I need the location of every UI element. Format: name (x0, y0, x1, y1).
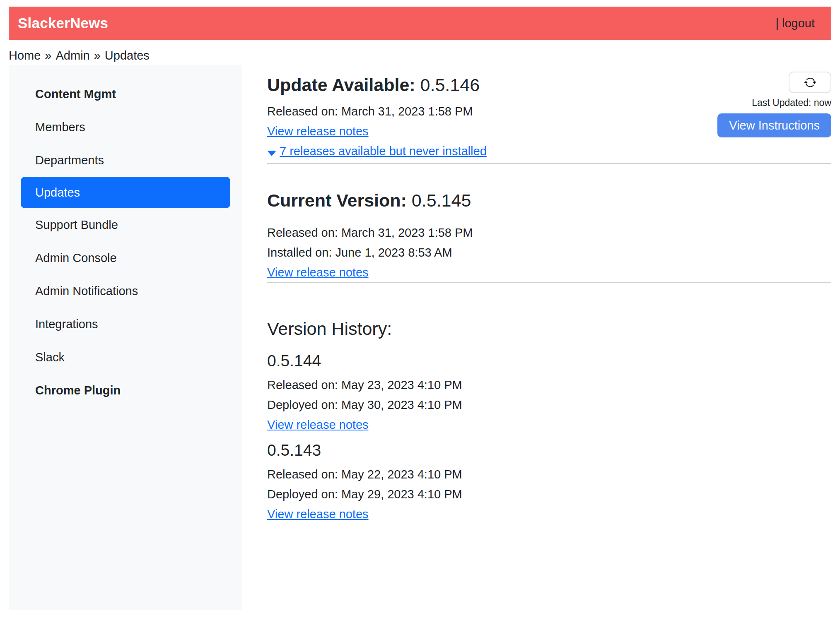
sidebar-item-admin-console[interactable]: Admin Console (9, 241, 242, 274)
sidebar-item-chrome-plugin[interactable]: Chrome Plugin (9, 374, 242, 407)
logout-link[interactable]: | logout (775, 17, 815, 30)
sidebar-item-support-bundle[interactable]: Support Bundle (9, 208, 242, 241)
current-version-label: Current Version: (267, 190, 407, 210)
sidebar: Content Mgmt Members Departments Updates… (9, 65, 242, 610)
sidebar-item-updates[interactable]: Updates (21, 177, 230, 208)
current-release-notes-link[interactable]: View release notes (267, 262, 369, 282)
version-number: 0.5.143 (267, 439, 831, 462)
sidebar-item-members[interactable]: Members (9, 111, 242, 144)
breadcrumb-admin[interactable]: Admin (56, 49, 90, 62)
last-updated-text: Last Updated: now (752, 97, 831, 108)
update-release-notes-link[interactable]: View release notes (267, 121, 369, 141)
page-body: Content Mgmt Members Departments Updates… (9, 65, 831, 615)
current-released-text: Released on: March 31, 2023 1:58 PM (267, 223, 831, 243)
current-version-number: 0.5.145 (412, 190, 471, 210)
update-available-label: Update Available: (267, 75, 415, 95)
refresh-icon (804, 76, 816, 89)
version-released-text: Released on: May 23, 2023 4:10 PM (267, 375, 831, 395)
breadcrumb-current: Updates (105, 49, 150, 62)
refresh-button[interactable] (789, 72, 831, 93)
section-divider (267, 282, 831, 283)
version-release-notes-link[interactable]: View release notes (267, 504, 369, 524)
version-history-entry: 0.5.144 Released on: May 23, 2023 4:10 P… (267, 349, 831, 435)
breadcrumb: Home»Admin»Updates (9, 49, 831, 62)
app-title: SlackerNews (18, 15, 108, 31)
sidebar-item-integrations[interactable]: Integrations (9, 308, 242, 341)
version-number: 0.5.144 (267, 349, 831, 373)
version-history-heading: Version History: (267, 318, 831, 339)
never-installed-row: 7 releases available but never installed (267, 141, 831, 163)
update-available-version: 0.5.146 (420, 75, 480, 95)
breadcrumb-separator: » (94, 49, 101, 62)
version-release-notes-link[interactable]: View release notes (267, 415, 369, 435)
sidebar-item-slack[interactable]: Slack (9, 341, 242, 374)
sidebar-item-content-mgmt[interactable]: Content Mgmt (9, 77, 242, 111)
header-bar: SlackerNews | logout (9, 7, 831, 40)
version-deployed-text: Deployed on: May 30, 2023 4:10 PM (267, 395, 831, 415)
current-version-heading: Current Version: 0.5.145 (267, 190, 831, 211)
sidebar-item-departments[interactable]: Departments (9, 144, 242, 177)
never-installed-link[interactable]: 7 releases available but never installed (280, 141, 487, 161)
version-history-entry: 0.5.143 Released on: May 22, 2023 4:10 P… (267, 439, 831, 524)
view-instructions-button[interactable]: View Instructions (717, 113, 831, 137)
caret-down-icon (267, 151, 276, 156)
update-actions: Last Updated: now View Instructions (717, 72, 831, 137)
breadcrumb-home[interactable]: Home (9, 49, 41, 62)
breadcrumb-separator: » (45, 49, 51, 62)
current-installed-text: Installed on: June 1, 2023 8:53 AM (267, 243, 831, 262)
version-deployed-text: Deployed on: May 29, 2023 4:10 PM (267, 484, 831, 504)
sidebar-item-admin-notifications[interactable]: Admin Notifications (9, 274, 242, 308)
main-content: Last Updated: now View Instructions Upda… (267, 65, 831, 615)
section-divider (267, 163, 831, 164)
version-history-section: Version History: 0.5.144 Released on: Ma… (267, 318, 831, 524)
version-released-text: Released on: May 22, 2023 4:10 PM (267, 464, 831, 484)
current-version-section: Current Version: 0.5.145 Released on: Ma… (267, 190, 831, 283)
